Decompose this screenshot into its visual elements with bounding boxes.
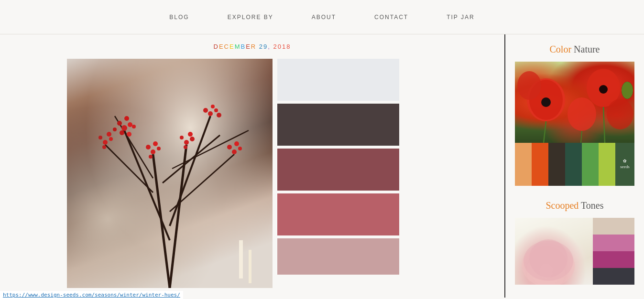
scooped-svg xyxy=(515,218,601,285)
svg-point-31 xyxy=(188,132,193,137)
svg-point-20 xyxy=(98,136,102,139)
svg-point-29 xyxy=(190,137,195,141)
sidebar: Color Nature xyxy=(505,34,644,298)
svg-point-26 xyxy=(153,141,158,146)
svg-point-50 xyxy=(517,71,541,100)
url-bar: https://www.design-seeds.com/seasons/win… xyxy=(0,291,183,299)
svg-point-21 xyxy=(107,132,111,137)
nav-blog[interactable]: BLOG xyxy=(169,14,189,21)
sidebar-swatch-charcoal xyxy=(548,143,565,186)
svg-point-56 xyxy=(622,82,633,99)
svg-point-32 xyxy=(184,145,187,149)
sidebar-swatch-peach xyxy=(515,143,532,186)
svg-point-39 xyxy=(238,147,242,150)
svg-point-59 xyxy=(529,239,568,278)
svg-point-22 xyxy=(102,145,106,149)
svg-point-48 xyxy=(599,85,608,94)
seeds-badge: ✿seeds xyxy=(615,143,634,186)
svg-point-12 xyxy=(117,121,122,126)
svg-point-19 xyxy=(109,137,113,141)
sidebar-title-2: Scooped Tones xyxy=(515,200,634,211)
page-container: DECEMBER 29, 2018 xyxy=(0,34,644,298)
svg-point-46 xyxy=(541,97,551,107)
svg-point-25 xyxy=(146,145,151,150)
svg-line-54 xyxy=(581,131,582,143)
svg-point-49 xyxy=(568,97,596,131)
poppy-svg xyxy=(515,62,634,143)
svg-point-15 xyxy=(120,130,124,135)
svg-line-5 xyxy=(105,145,153,192)
sidebar-swatch-lime xyxy=(599,143,615,186)
main-content: DECEMBER 29, 2018 xyxy=(0,34,505,298)
svg-line-7 xyxy=(170,154,234,212)
svg-point-13 xyxy=(124,116,129,121)
svg-line-9 xyxy=(172,130,249,169)
sidebar-swatch-medium-green xyxy=(582,143,599,186)
sidebar-palette-photo-1[interactable] xyxy=(515,62,634,143)
sidebar-swatch-dark-green xyxy=(565,143,582,186)
main-nav: BLOG EXPLORE BY ABOUT CONTACT TIP JAR xyxy=(0,0,644,34)
svg-point-23 xyxy=(151,150,155,154)
svg-point-37 xyxy=(217,113,221,117)
color-swatches xyxy=(277,59,399,288)
svg-point-16 xyxy=(113,128,117,131)
swatch-1 xyxy=(277,59,399,101)
nav-tip-jar[interactable]: TIP JAR xyxy=(447,14,474,21)
sidebar-section-scooped-tones: Scooped Tones xyxy=(515,200,634,285)
content-row xyxy=(0,59,504,288)
sidebar-title-1: Color Nature xyxy=(515,44,634,55)
svg-point-17 xyxy=(127,132,131,137)
nav-about[interactable]: ABOUT xyxy=(312,14,336,21)
svg-point-38 xyxy=(232,150,237,154)
sidebar-palette-photo-2[interactable] xyxy=(515,218,634,285)
main-photo xyxy=(67,59,273,288)
svg-rect-42 xyxy=(239,240,243,278)
svg-point-24 xyxy=(157,147,161,150)
svg-point-51 xyxy=(607,99,633,129)
scooped-photo-area xyxy=(515,218,593,285)
svg-point-27 xyxy=(149,155,153,159)
svg-point-11 xyxy=(128,122,132,127)
swatch-2 xyxy=(277,104,399,146)
svg-point-41 xyxy=(234,141,239,146)
berry-branches-svg xyxy=(67,59,273,288)
svg-line-53 xyxy=(603,107,605,143)
svg-rect-43 xyxy=(249,250,251,283)
svg-point-36 xyxy=(211,105,215,108)
svg-point-28 xyxy=(184,140,189,145)
nav-contact[interactable]: CONTACT xyxy=(374,14,408,21)
svg-line-52 xyxy=(544,121,546,143)
swatch-3 xyxy=(277,149,399,191)
svg-point-40 xyxy=(227,145,232,150)
sidebar-swatches-1: ✿seeds xyxy=(515,143,634,186)
date-header: DECEMBER 29, 2018 xyxy=(0,34,504,59)
sidebar-swatch-orange-red xyxy=(532,143,548,186)
svg-point-33 xyxy=(208,111,213,116)
svg-point-30 xyxy=(180,136,184,139)
swatch-4 xyxy=(277,193,399,235)
nav-explore-by[interactable]: EXPLORE BY xyxy=(228,14,273,21)
svg-point-10 xyxy=(121,125,127,131)
svg-point-34 xyxy=(214,108,218,112)
sidebar-section-color-nature: Color Nature xyxy=(515,44,634,186)
svg-point-14 xyxy=(132,125,136,128)
svg-point-35 xyxy=(203,108,208,113)
svg-point-18 xyxy=(103,140,108,145)
swatch-5 xyxy=(277,238,399,275)
